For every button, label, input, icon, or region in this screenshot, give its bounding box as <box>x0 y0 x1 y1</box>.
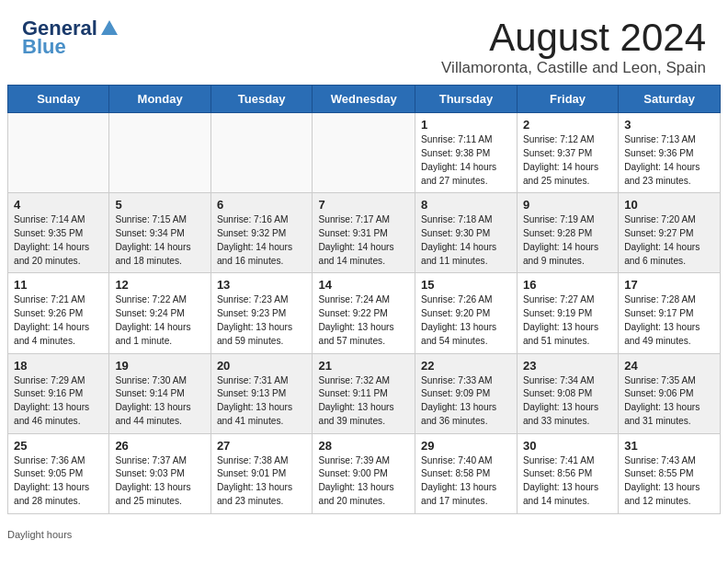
cal-cell <box>313 113 415 193</box>
cal-cell: 19Sunrise: 7:30 AM Sunset: 9:14 PM Dayli… <box>109 353 210 433</box>
cell-text: Sunrise: 7:21 AM Sunset: 9:26 PM Dayligh… <box>14 293 103 348</box>
cell-text: Sunrise: 7:37 AM Sunset: 9:03 PM Dayligh… <box>115 454 204 509</box>
week-row-4: 18Sunrise: 7:29 AM Sunset: 9:16 PM Dayli… <box>8 353 721 433</box>
cal-cell: 18Sunrise: 7:29 AM Sunset: 9:16 PM Dayli… <box>8 353 109 433</box>
cal-cell: 31Sunrise: 7:43 AM Sunset: 8:55 PM Dayli… <box>619 433 721 513</box>
calendar-table: SundayMondayTuesdayWednesdayThursdayFrid… <box>7 85 721 514</box>
cell-text: Sunrise: 7:41 AM Sunset: 8:56 PM Dayligh… <box>523 454 612 509</box>
cell-text: Sunrise: 7:20 AM Sunset: 9:27 PM Dayligh… <box>624 213 714 268</box>
cal-cell: 17Sunrise: 7:28 AM Sunset: 9:17 PM Dayli… <box>619 273 721 353</box>
cell-text: Sunrise: 7:33 AM Sunset: 9:09 PM Dayligh… <box>421 374 511 429</box>
day-header-monday: Monday <box>109 86 210 113</box>
day-number: 3 <box>624 118 714 132</box>
cal-cell: 20Sunrise: 7:31 AM Sunset: 9:13 PM Dayli… <box>210 353 313 433</box>
cal-cell: 28Sunrise: 7:39 AM Sunset: 9:00 PM Dayli… <box>313 433 415 513</box>
cal-cell: 29Sunrise: 7:40 AM Sunset: 8:58 PM Dayli… <box>415 433 518 513</box>
cell-text: Sunrise: 7:22 AM Sunset: 9:24 PM Dayligh… <box>115 293 204 348</box>
cell-text: Sunrise: 7:17 AM Sunset: 9:31 PM Dayligh… <box>318 213 409 268</box>
day-header-saturday: Saturday <box>619 86 721 113</box>
day-number: 25 <box>14 439 103 453</box>
day-number: 10 <box>624 198 714 212</box>
day-number: 31 <box>624 439 714 453</box>
day-header-tuesday: Tuesday <box>210 86 313 113</box>
cal-cell: 2Sunrise: 7:12 AM Sunset: 9:37 PM Daylig… <box>517 113 618 193</box>
day-number: 22 <box>421 359 511 373</box>
cell-text: Sunrise: 7:15 AM Sunset: 9:34 PM Dayligh… <box>115 213 204 268</box>
day-number: 6 <box>217 198 307 212</box>
logo: General Blue <box>22 17 119 59</box>
subtitle: Villamoronta, Castille and Leon, Spain <box>441 59 706 77</box>
day-number: 20 <box>217 359 307 373</box>
day-number: 2 <box>523 118 612 132</box>
week-row-5: 25Sunrise: 7:36 AM Sunset: 9:05 PM Dayli… <box>8 433 721 513</box>
cal-cell: 12Sunrise: 7:22 AM Sunset: 9:24 PM Dayli… <box>109 273 210 353</box>
day-number: 14 <box>318 278 409 292</box>
cell-text: Sunrise: 7:12 AM Sunset: 9:37 PM Dayligh… <box>523 133 612 188</box>
cal-cell: 23Sunrise: 7:34 AM Sunset: 9:08 PM Dayli… <box>517 353 618 433</box>
cal-cell <box>8 113 109 193</box>
day-number: 15 <box>421 278 511 292</box>
day-number: 4 <box>14 198 103 212</box>
day-number: 9 <box>523 198 612 212</box>
logo-icon <box>99 18 119 39</box>
cal-cell: 7Sunrise: 7:17 AM Sunset: 9:31 PM Daylig… <box>313 193 415 273</box>
cell-text: Sunrise: 7:35 AM Sunset: 9:06 PM Dayligh… <box>624 374 714 429</box>
footer-text: Daylight hours <box>7 529 72 540</box>
calendar-header-row: SundayMondayTuesdayWednesdayThursdayFrid… <box>8 86 721 113</box>
day-header-sunday: Sunday <box>8 86 109 113</box>
cell-text: Sunrise: 7:27 AM Sunset: 9:19 PM Dayligh… <box>523 293 612 348</box>
page-header: General Blue August 2024 Villamoronta, C… <box>0 0 728 85</box>
week-row-1: 1Sunrise: 7:11 AM Sunset: 9:38 PM Daylig… <box>8 113 721 193</box>
day-number: 18 <box>14 359 103 373</box>
cell-text: Sunrise: 7:23 AM Sunset: 9:23 PM Dayligh… <box>217 293 307 348</box>
calendar-wrapper: SundayMondayTuesdayWednesdayThursdayFrid… <box>0 85 728 525</box>
cell-text: Sunrise: 7:40 AM Sunset: 8:58 PM Dayligh… <box>421 454 511 509</box>
day-number: 27 <box>217 439 307 453</box>
day-number: 5 <box>115 198 204 212</box>
cal-cell: 27Sunrise: 7:38 AM Sunset: 9:01 PM Dayli… <box>210 433 313 513</box>
day-number: 17 <box>624 278 714 292</box>
cell-text: Sunrise: 7:34 AM Sunset: 9:08 PM Dayligh… <box>523 374 612 429</box>
cal-cell: 3Sunrise: 7:13 AM Sunset: 9:36 PM Daylig… <box>619 113 721 193</box>
footer: Daylight hours <box>0 525 728 547</box>
day-number: 30 <box>523 439 612 453</box>
day-number: 16 <box>523 278 612 292</box>
cal-cell: 6Sunrise: 7:16 AM Sunset: 9:32 PM Daylig… <box>210 193 313 273</box>
cell-text: Sunrise: 7:36 AM Sunset: 9:05 PM Dayligh… <box>14 454 103 509</box>
cal-cell: 22Sunrise: 7:33 AM Sunset: 9:09 PM Dayli… <box>415 353 518 433</box>
day-number: 13 <box>217 278 307 292</box>
cal-cell: 1Sunrise: 7:11 AM Sunset: 9:38 PM Daylig… <box>415 113 518 193</box>
day-number: 12 <box>115 278 204 292</box>
svg-marker-0 <box>101 20 118 35</box>
cal-cell: 26Sunrise: 7:37 AM Sunset: 9:03 PM Dayli… <box>109 433 210 513</box>
cal-cell <box>210 113 313 193</box>
cell-text: Sunrise: 7:13 AM Sunset: 9:36 PM Dayligh… <box>624 133 714 188</box>
day-number: 21 <box>318 359 409 373</box>
cal-cell <box>109 113 210 193</box>
day-header-friday: Friday <box>517 86 618 113</box>
cell-text: Sunrise: 7:16 AM Sunset: 9:32 PM Dayligh… <box>217 213 307 268</box>
cal-cell: 8Sunrise: 7:18 AM Sunset: 9:30 PM Daylig… <box>415 193 518 273</box>
cal-cell: 10Sunrise: 7:20 AM Sunset: 9:27 PM Dayli… <box>619 193 721 273</box>
cal-cell: 24Sunrise: 7:35 AM Sunset: 9:06 PM Dayli… <box>619 353 721 433</box>
cell-text: Sunrise: 7:24 AM Sunset: 9:22 PM Dayligh… <box>318 293 409 348</box>
title-block: August 2024 Villamoronta, Castille and L… <box>441 17 706 77</box>
main-title: August 2024 <box>441 17 706 59</box>
cell-text: Sunrise: 7:30 AM Sunset: 9:14 PM Dayligh… <box>115 374 204 429</box>
cal-cell: 5Sunrise: 7:15 AM Sunset: 9:34 PM Daylig… <box>109 193 210 273</box>
cell-text: Sunrise: 7:19 AM Sunset: 9:28 PM Dayligh… <box>523 213 612 268</box>
cell-text: Sunrise: 7:39 AM Sunset: 9:00 PM Dayligh… <box>318 454 409 509</box>
cell-text: Sunrise: 7:26 AM Sunset: 9:20 PM Dayligh… <box>421 293 511 348</box>
day-number: 1 <box>421 118 511 132</box>
day-number: 29 <box>421 439 511 453</box>
day-number: 28 <box>318 439 409 453</box>
cell-text: Sunrise: 7:32 AM Sunset: 9:11 PM Dayligh… <box>318 374 409 429</box>
day-header-thursday: Thursday <box>415 86 518 113</box>
day-number: 23 <box>523 359 612 373</box>
cell-text: Sunrise: 7:28 AM Sunset: 9:17 PM Dayligh… <box>624 293 714 348</box>
cell-text: Sunrise: 7:31 AM Sunset: 9:13 PM Dayligh… <box>217 374 307 429</box>
logo-blue: Blue <box>22 35 66 59</box>
day-number: 11 <box>14 278 103 292</box>
cal-cell: 13Sunrise: 7:23 AM Sunset: 9:23 PM Dayli… <box>210 273 313 353</box>
cal-cell: 15Sunrise: 7:26 AM Sunset: 9:20 PM Dayli… <box>415 273 518 353</box>
